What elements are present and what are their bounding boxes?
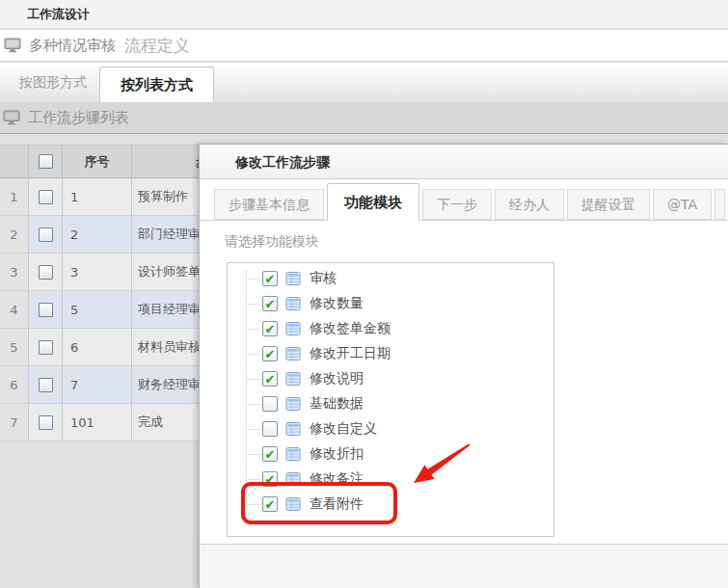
section-title: 工作流步骤列表 (28, 109, 129, 127)
module-list-panel: ✔审核✔修改数量✔修改签单金额✔修改开工日期✔修改说明✔基础数据✔修改自定义✔修… (227, 262, 554, 537)
dialog-footer (200, 544, 728, 588)
breadcrumb-flow-definition: 流程定义 (124, 35, 190, 57)
module-prompt: 请选择功能模块 (225, 233, 728, 251)
row-number: 1 (0, 178, 29, 216)
module-item-3[interactable]: ✔修改开工日期 (228, 341, 553, 366)
view-tab-list[interactable]: 按列表方式 (99, 67, 214, 102)
module-grid-icon (285, 371, 301, 387)
row-checkbox[interactable] (39, 303, 53, 317)
row-checkbox-cell[interactable] (29, 329, 63, 366)
row-number: 4 (0, 291, 29, 329)
module-grid-icon (285, 471, 301, 487)
module-checkbox[interactable]: ✔ (262, 496, 278, 512)
breadcrumb-flow-name: 多种情况审核 (29, 37, 116, 55)
module-item-5[interactable]: ✔基础数据 (228, 391, 553, 416)
dialog-title-bar: 修改工作流步骤 (200, 145, 728, 179)
module-item-6[interactable]: ✔修改自定义 (228, 416, 553, 441)
module-label: 修改折扣 (310, 445, 364, 463)
module-item-2[interactable]: ✔修改签单金额 (228, 316, 553, 341)
module-checkbox[interactable]: ✔ (262, 296, 278, 311)
breadcrumb: 多种情况审核 流程定义 (0, 30, 728, 62)
module-item-4[interactable]: ✔修改说明 (228, 366, 553, 391)
row-number: 6 (0, 366, 29, 404)
module-item-7[interactable]: ✔修改折扣 (228, 441, 553, 467)
row-seq: 5 (63, 291, 132, 329)
window-title-bar: 工作流设计 (0, 0, 728, 29)
header-rownum (0, 146, 29, 178)
row-number: 3 (0, 254, 29, 291)
monitor-icon (4, 38, 22, 53)
monitor-icon (3, 110, 21, 125)
row-seq: 6 (63, 329, 132, 366)
module-label: 修改备注 (310, 470, 364, 488)
dialog-tab-3[interactable]: 经办人 (495, 189, 564, 220)
dialog-tab-4[interactable]: 提醒设置 (567, 189, 650, 220)
module-checkbox[interactable]: ✔ (262, 346, 278, 361)
header-select-all[interactable] (29, 146, 63, 178)
edit-step-dialog: 修改工作流步骤 步骤基本信息功能模块下一步经办人提醒设置@TA 请选择功能模块 … (199, 144, 728, 588)
module-checkbox[interactable]: ✔ (262, 371, 278, 387)
header-seq: 序号 (63, 146, 132, 178)
row-seq: 101 (63, 404, 132, 441)
module-label: 修改说明 (310, 370, 364, 388)
module-label: 审核 (310, 270, 337, 287)
dialog-tab-1[interactable]: 功能模块 (327, 183, 419, 221)
module-label: 修改签单金额 (310, 320, 391, 337)
module-checkbox[interactable]: ✔ (262, 396, 278, 412)
module-grid-icon (285, 496, 301, 512)
section-header: 工作流步骤列表 (0, 102, 728, 134)
module-checkbox[interactable]: ✔ (262, 421, 278, 437)
row-checkbox[interactable] (39, 190, 53, 204)
row-checkbox[interactable] (39, 340, 53, 355)
dialog-tab-partial[interactable] (715, 189, 725, 220)
row-seq: 1 (63, 178, 132, 216)
module-label: 修改开工日期 (310, 345, 391, 362)
module-grid-icon (285, 321, 301, 336)
module-label: 查看附件 (310, 495, 364, 513)
row-checkbox[interactable] (39, 265, 53, 280)
row-number: 5 (0, 329, 29, 366)
row-checkbox[interactable] (39, 415, 53, 430)
row-checkbox-cell[interactable] (29, 216, 63, 254)
module-label: 修改数量 (310, 295, 364, 312)
module-checkbox[interactable]: ✔ (262, 446, 278, 462)
module-grid-icon (285, 296, 301, 311)
view-mode-tabs: 按图形方式按列表方式 (0, 63, 728, 102)
module-checkbox[interactable]: ✔ (262, 471, 278, 487)
row-checkbox-cell[interactable] (29, 178, 63, 216)
module-item-9[interactable]: ✔查看附件 (228, 492, 553, 517)
select-all-checkbox[interactable] (39, 154, 53, 169)
module-grid-icon (285, 421, 301, 437)
dialog-tab-5[interactable]: @TA (653, 189, 712, 220)
row-number: 7 (0, 404, 29, 441)
module-grid-icon (285, 446, 301, 462)
window-title: 工作流设计 (27, 7, 90, 21)
row-checkbox[interactable] (39, 227, 53, 242)
dialog-tab-0[interactable]: 步骤基本信息 (214, 189, 324, 220)
dialog-tab-strip: 步骤基本信息功能模块下一步经办人提醒设置@TA (200, 179, 728, 221)
view-tab-graphic[interactable]: 按图形方式 (8, 63, 98, 102)
row-seq: 7 (63, 366, 132, 404)
row-seq: 3 (63, 254, 132, 291)
module-grid-icon (285, 346, 301, 361)
row-checkbox[interactable] (39, 378, 53, 392)
row-seq: 2 (63, 216, 132, 254)
module-grid-icon (285, 271, 301, 286)
module-checkbox[interactable]: ✔ (262, 321, 278, 336)
module-label: 基础数据 (310, 395, 364, 413)
module-checkbox[interactable]: ✔ (262, 271, 278, 286)
module-item-8[interactable]: ✔修改备注 (228, 467, 553, 492)
row-checkbox-cell[interactable] (29, 404, 63, 441)
module-item-1[interactable]: ✔修改数量 (228, 291, 553, 316)
module-grid-icon (285, 396, 301, 412)
dialog-tab-2[interactable]: 下一步 (422, 189, 492, 220)
row-checkbox-cell[interactable] (29, 366, 63, 404)
module-label: 修改自定义 (310, 420, 377, 438)
row-checkbox-cell[interactable] (29, 291, 63, 329)
row-checkbox-cell[interactable] (29, 254, 63, 291)
dialog-title: 修改工作流步骤 (235, 154, 330, 170)
module-item-0[interactable]: ✔审核 (228, 266, 553, 291)
row-number: 2 (0, 216, 29, 254)
